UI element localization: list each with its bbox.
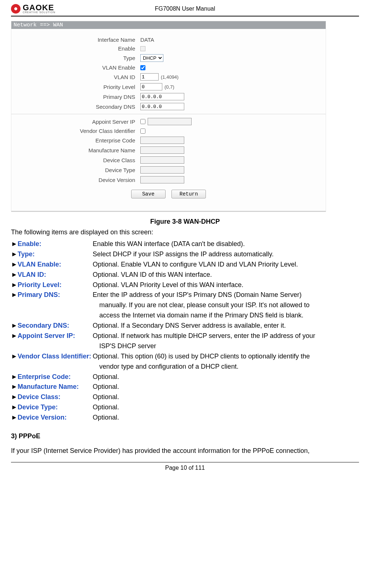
vlan-id-hint: (1,4094) — [161, 74, 178, 80]
description-term: Priority Level: — [18, 280, 93, 290]
wan-config-panel: Network ==> WAN Interface Name DATA Enab… — [11, 21, 326, 212]
description-row: ►Appoint Server IP: Optional. If network… — [11, 331, 359, 341]
device-version-input[interactable] — [140, 176, 184, 183]
primary-dns-input[interactable] — [140, 93, 184, 100]
device-version-label: Device Version — [11, 177, 140, 183]
type-label: Type — [11, 55, 140, 61]
vlan-enable-label: VLAN Enable — [11, 64, 140, 71]
description-row: ►Secondary DNS: Optional. If a Secondary… — [11, 321, 359, 331]
description-term: Type: — [18, 249, 93, 260]
bullet-icon: ► — [11, 413, 18, 423]
description-text: Optional. If network has multiple DHCP s… — [93, 331, 359, 341]
document-title: FG7008N User Manual — [155, 5, 215, 12]
description-row: ►Primary DNS: Enter the IP address of yo… — [11, 290, 359, 300]
breadcrumb: Network ==> WAN — [11, 21, 326, 29]
description-text: Optional. — [93, 402, 359, 413]
figure-caption: Figure 3-8 WAN-DHCP — [11, 218, 359, 226]
description-row: ►Device Class: Optional. — [11, 392, 359, 402]
bullet-icon: ► — [11, 290, 18, 300]
description-term: Device Version: — [18, 413, 93, 423]
description-term: Enable: — [18, 239, 93, 249]
primary-dns-label: Primary DNS — [11, 94, 140, 100]
description-term: Secondary DNS: — [18, 321, 93, 331]
bullet-icon: ► — [11, 331, 18, 341]
description-text: Optional. VLAN ID of this WAN interface. — [93, 270, 359, 280]
field-descriptions: ►Enable: Enable this WAN interface (DATA… — [11, 239, 359, 423]
description-row: ►Enable: Enable this WAN interface (DATA… — [11, 239, 359, 249]
priority-level-hint: (0,7) — [164, 84, 174, 90]
description-term: VLAN Enable: — [18, 260, 93, 270]
description-text: Optional. — [93, 382, 359, 392]
priority-level-input[interactable] — [140, 83, 162, 90]
bullet-icon: ► — [11, 372, 18, 382]
secondary-dns-input[interactable] — [140, 103, 184, 110]
appoint-server-ip-label: Appoint Server IP — [11, 119, 140, 125]
vendor-class-identifier-label: Vendor Class Identifier — [11, 128, 140, 134]
divider — [11, 114, 326, 114]
vendor-class-identifier-checkbox[interactable] — [140, 129, 145, 134]
device-class-input[interactable] — [140, 156, 184, 164]
logo-text: GAOKE — [23, 4, 55, 12]
return-button[interactable]: Return — [171, 190, 206, 198]
device-type-input[interactable] — [140, 166, 184, 174]
description-text: Enter the IP address of your ISP's Prima… — [93, 290, 359, 300]
manufacture-name-input[interactable] — [140, 146, 184, 154]
interface-name-label: Interface Name — [11, 37, 140, 43]
description-text: Optional. — [93, 413, 359, 423]
vlan-id-input[interactable] — [140, 73, 159, 81]
manufacture-name-label: Manufacture Name — [11, 147, 140, 153]
description-term: Manufacture Name: — [18, 382, 93, 392]
description-term: Primary DNS: — [18, 290, 93, 300]
bullet-icon: ► — [11, 280, 18, 290]
description-term: Device Type: — [18, 402, 93, 413]
description-row: ►Manufacture Name: Optional. — [11, 382, 359, 392]
description-row: ►Enterprise Code: Optional. — [11, 372, 359, 382]
bullet-icon: ► — [11, 270, 18, 280]
section-3-heading: 3) PPPoE — [11, 432, 359, 440]
description-row: ►Vendor Class Identifier: Optional. This… — [11, 351, 359, 362]
description-continuation: vendor type and configuration of a DHCP … — [99, 362, 359, 372]
bullet-icon: ► — [11, 239, 18, 249]
secondary-dns-label: Secondary DNS — [11, 104, 140, 110]
description-row: ►VLAN ID: Optional. VLAN ID of this WAN … — [11, 270, 359, 280]
description-text: Select DHCP if your ISP assigns the IP a… — [93, 249, 359, 260]
description-text: Enable this WAN interface (DATA can't be… — [93, 239, 359, 249]
description-term: Appoint Server IP: — [18, 331, 93, 341]
vlan-enable-checkbox[interactable] — [140, 65, 145, 70]
vlan-id-label: VLAN ID — [11, 74, 140, 80]
bullet-icon: ► — [11, 321, 18, 331]
enterprise-code-input[interactable] — [140, 137, 184, 144]
logo-subtext: CREATIVE SOLUTION — [23, 11, 55, 14]
device-type-label: Device Type — [11, 167, 140, 173]
description-term: VLAN ID: — [18, 270, 93, 280]
appoint-server-ip-checkbox[interactable] — [140, 119, 145, 124]
save-button[interactable]: Save — [131, 190, 166, 198]
bullet-icon: ► — [11, 260, 18, 270]
appoint-server-ip-input[interactable] — [148, 118, 192, 125]
description-continuation: manually. If you are not clear, please c… — [99, 300, 359, 310]
logo: GAOKE CREATIVE SOLUTION — [11, 4, 55, 14]
page-header: GAOKE CREATIVE SOLUTION FG7008N User Man… — [11, 0, 359, 16]
description-term: Vendor Class Identifier: — [18, 351, 91, 362]
bullet-icon: ► — [11, 392, 18, 402]
description-row: ►Type: Select DHCP if your ISP assigns t… — [11, 249, 359, 260]
bullet-icon: ► — [11, 249, 18, 260]
description-term: Device Class: — [18, 392, 93, 402]
enable-checkbox[interactable] — [140, 46, 145, 51]
description-text: Optional. — [93, 392, 359, 402]
logo-icon — [11, 4, 21, 14]
device-class-label: Device Class — [11, 157, 140, 163]
description-continuation: access the Internet via domain name if t… — [99, 310, 359, 321]
description-text: Optional. This option (60) is used by DH… — [93, 351, 359, 362]
description-term: Enterprise Code: — [18, 372, 93, 382]
interface-name-value: DATA — [140, 37, 154, 43]
description-row: ►Device Type: Optional. — [11, 402, 359, 413]
bullet-icon: ► — [11, 382, 18, 392]
description-row: ►VLAN Enable: Optional. Enable VLAN to c… — [11, 260, 359, 270]
type-select[interactable]: DHCP — [140, 54, 163, 62]
lead-text: The following items are displayed on thi… — [11, 228, 359, 236]
priority-level-label: Priority Level — [11, 84, 140, 90]
enable-label: Enable — [11, 45, 140, 52]
enterprise-code-label: Enterprise Code — [11, 137, 140, 144]
page-footer: Page 10 of 111 — [11, 462, 359, 471]
